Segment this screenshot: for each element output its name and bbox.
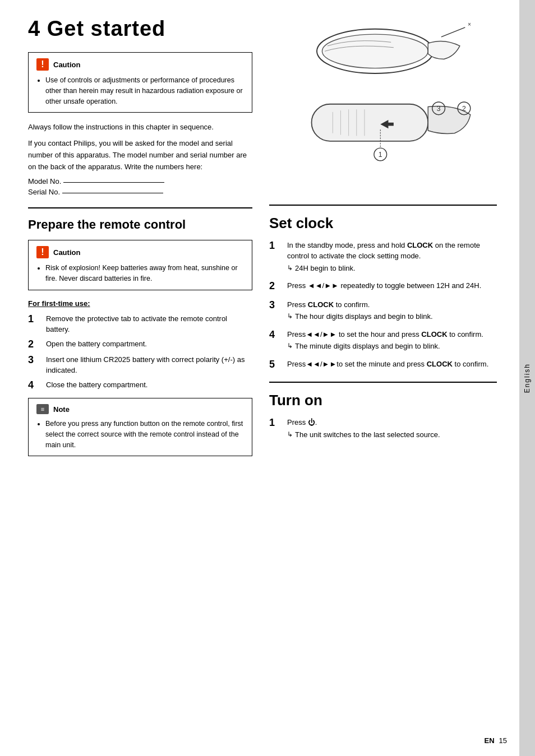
svg-point-1 <box>322 34 428 68</box>
clock-key-4: CLOCK <box>421 330 447 338</box>
turn-on-step-1: 1 Press ⏻. ↳ The unit switches to the la… <box>269 417 497 440</box>
page-footer: EN 15 <box>484 736 507 745</box>
clock-key-1: CLOCK <box>407 241 433 249</box>
turn-on-steps: 1 Press ⏻. ↳ The unit switches to the la… <box>269 417 497 440</box>
section-divider-2 <box>269 205 497 206</box>
page-title: 4 Get started <box>28 17 252 41</box>
clock-step-content-1: In the standby mode, press and hold CLOC… <box>287 240 497 274</box>
set-clock-steps: 1 In the standby mode, press and hold CL… <box>269 240 497 371</box>
set-clock-step-4: 4 Press◄◄/►► to set the hour and press C… <box>269 329 497 352</box>
result-line-1: ↳ 24H begin to blink. <box>287 263 497 274</box>
section-divider-3 <box>269 382 497 383</box>
note-item-1: Before you press any function button on … <box>45 419 244 450</box>
caution-list-2: Risk of explosion! Keep batteries away f… <box>36 263 244 284</box>
turn-on-arrow-1: ↳ <box>287 429 293 440</box>
note-label: Note <box>53 405 70 414</box>
footer-lang: EN <box>484 736 494 745</box>
prepare-step-1: 1 Remove the protective tab to activate … <box>28 313 252 335</box>
clock-step-num-1: 1 <box>269 240 285 274</box>
set-clock-step-3: 3 Press CLOCK to confirm. ↳ The hour dig… <box>269 299 497 322</box>
for-first-use-label: For first-time use: <box>28 299 252 308</box>
device-illustration: × <box>269 17 497 193</box>
clock-step-content-5: Press◄◄/►►to set the minute and press CL… <box>287 359 497 371</box>
svg-text:1: 1 <box>379 151 382 159</box>
arrow-4: ↳ <box>287 341 293 352</box>
arrow-1: ↳ <box>287 263 293 274</box>
note-list: Before you press any function button on … <box>36 419 244 450</box>
prepare-steps: 1 Remove the protective tab to activate … <box>28 313 252 391</box>
caution-item-1: Use of controls or adjustments or perfor… <box>45 75 244 106</box>
result-text-1: 24H begin to blink. <box>295 263 356 274</box>
side-tab: English <box>519 0 535 756</box>
result-text-4: The minute digits displays and begin to … <box>295 341 440 352</box>
caution-icon-1: ! <box>36 58 49 71</box>
clock-step-content-3: Press CLOCK to confirm. ↳ The hour digit… <box>287 299 497 322</box>
set-clock-step-2: 2 Press ◄◄/►► repeatedly to toggle betwe… <box>269 280 497 293</box>
caution-icon-2: ! <box>36 246 49 258</box>
clock-step-num-3: 3 <box>269 299 285 322</box>
intro-text-1: Always follow the instructions in this c… <box>28 122 252 133</box>
clock-key-5: CLOCK <box>427 360 453 368</box>
caution-label-2: Caution <box>53 248 80 257</box>
caution-list-1: Use of controls or adjustments or perfor… <box>36 75 244 106</box>
turn-on-result-1: ↳ The unit switches to the last selected… <box>287 429 497 440</box>
caution-item-2: Risk of explosion! Keep batteries away f… <box>45 263 244 284</box>
section-divider-1 <box>28 207 252 208</box>
step-num-1: 1 <box>28 313 44 335</box>
turn-on-result-text-1: The unit switches to the last selected s… <box>295 429 440 440</box>
svg-line-2 <box>441 27 465 37</box>
clock-key-3: CLOCK <box>308 300 334 309</box>
turn-on-step-num-1: 1 <box>269 417 285 440</box>
set-clock-step-5: 5 Press◄◄/►►to set the minute and press … <box>269 359 497 371</box>
note-header: ≡ Note <box>36 404 244 414</box>
intro-text-2: If you contact Philips, you will be aske… <box>28 138 252 173</box>
prepare-step-4: 4 Close the battery compartment. <box>28 379 252 392</box>
step-content-3: Insert one lithium CR2025 battery with c… <box>46 354 252 376</box>
set-clock-title: Set clock <box>269 215 497 232</box>
caution-label-1: Caution <box>53 61 80 69</box>
step-content-4: Close the battery compartment. <box>46 379 252 392</box>
serial-label: Serial No. <box>28 188 252 196</box>
caution-header-2: ! Caution <box>36 246 244 258</box>
side-tab-text: English <box>523 363 531 393</box>
turn-on-step-content-1: Press ⏻. ↳ The unit switches to the last… <box>287 417 497 440</box>
svg-text:×: × <box>468 21 471 27</box>
clock-step-num-5: 5 <box>269 359 285 371</box>
clock-step-content-4: Press◄◄/►► to set the hour and press CLO… <box>287 329 497 352</box>
caution-header-1: ! Caution <box>36 58 244 71</box>
model-label: Model No. <box>28 177 252 185</box>
prepare-step-2: 2 Open the battery compartment. <box>28 338 252 351</box>
clock-step-content-2: Press ◄◄/►► repeatedly to toggle between… <box>287 280 497 293</box>
prepare-step-3: 3 Insert one lithium CR2025 battery with… <box>28 354 252 376</box>
caution-box-1: ! Caution Use of controls or adjustments… <box>28 52 252 113</box>
set-clock-step-1: 1 In the standby mode, press and hold CL… <box>269 240 497 274</box>
result-text-3: The hour digits displays and begin to bl… <box>295 311 433 322</box>
caution-box-2: ! Caution Risk of explosion! Keep batter… <box>28 240 252 290</box>
step-content-2: Open the battery compartment. <box>46 338 252 351</box>
arrow-3: ↳ <box>287 311 293 322</box>
step-num-4: 4 <box>28 379 44 392</box>
footer-page-num: 15 <box>499 736 507 745</box>
turn-on-title: Turn on <box>269 392 497 409</box>
step-num-2: 2 <box>28 338 44 351</box>
note-icon: ≡ <box>36 404 49 414</box>
svg-rect-4 <box>312 104 428 141</box>
step-num-3: 3 <box>28 354 44 376</box>
step-content-1: Remove the protective tab to activate th… <box>46 313 252 335</box>
clock-step-num-4: 4 <box>269 329 285 352</box>
svg-text:2: 2 <box>462 105 466 113</box>
note-box: ≡ Note Before you press any function but… <box>28 398 252 456</box>
clock-step-num-2: 2 <box>269 280 285 293</box>
result-line-4: ↳ The minute digits displays and begin t… <box>287 341 497 352</box>
svg-text:3: 3 <box>437 105 441 113</box>
device-svg: × <box>269 17 497 192</box>
prepare-section-title: Prepare the remote control <box>28 217 252 232</box>
result-line-3: ↳ The hour digits displays and begin to … <box>287 311 497 322</box>
